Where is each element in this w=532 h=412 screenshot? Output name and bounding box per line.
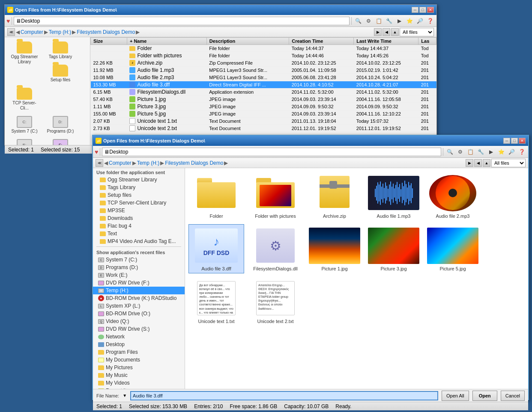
sidebar-flac[interactable]: Flac bug 4 (93, 222, 185, 230)
window-background[interactable]: 📁 Open Files from H:\Filesystem Dialogs … (4, 4, 437, 145)
col-last[interactable]: Las (418, 38, 436, 45)
thumb-dff[interactable]: ♪ DFF DSD Audio file 3.dff (188, 224, 244, 273)
table-row[interactable]: 10.08 MB Audio file 2.mp3 MPEG1 Layer3 S… (91, 74, 436, 81)
back-btn-1[interactable]: ≪ (7, 28, 15, 36)
open-button[interactable]: Open (472, 391, 497, 401)
sidebar-myvideos[interactable]: My Videos (93, 379, 185, 387)
table-row[interactable]: 22.26 KB zArchive.zip Zip Compressed Fil… (91, 59, 436, 67)
table-row[interactable]: Folder with pictures File folder Today 1… (91, 52, 436, 59)
sidebar-dvd-f[interactable]: F: DVD RW Drive (F:) (43, 137, 78, 145)
close-btn-1[interactable]: ✕ (427, 7, 434, 13)
table-row[interactable]: 2.73 KB Unicode text 2.txt Text Document… (91, 125, 436, 132)
sidebar-mp4[interactable]: MP4 Video And Audio Tag E... (93, 237, 185, 245)
sidebar-desktop[interactable]: Desktop (93, 341, 185, 348)
sidebar-mypics[interactable]: My Pictures (93, 364, 185, 371)
tb2-btn-7[interactable]: 🔎 (507, 147, 516, 157)
favorites-btn-2[interactable]: ♥ (95, 148, 98, 155)
sidebar-ogg-2[interactable]: Ogg Streamer Library (93, 176, 185, 184)
thumb-audio1[interactable]: Audio file 1.mp3 (366, 172, 421, 221)
sidebar-recentitems[interactable]: Recent Items (93, 387, 185, 389)
tb2-btn-3[interactable]: 📋 (466, 147, 475, 157)
tb2-btn-1[interactable]: 🔍 (445, 147, 454, 157)
sidebar-prog[interactable]: D: Programs (D:) (43, 114, 78, 136)
sidebar-network[interactable]: Network (93, 333, 185, 341)
sidebar-downloads[interactable]: Downloads (93, 214, 185, 222)
thumb-txt1[interactable]: Да вот обнаружи... воткнул её в сво... ч… (188, 277, 244, 326)
filter-select-2[interactable]: All files (491, 159, 526, 167)
sidebar-setup[interactable]: Setup files (43, 63, 78, 84)
sidebar-work[interactable]: E: Work (E:) (7, 137, 42, 145)
tb-btn-8[interactable]: ❓ (425, 16, 435, 26)
address-bar-1[interactable]: 🖥 Desktop (14, 17, 350, 25)
table-row[interactable]: 155.00 MB Picture 5.jpg JPEG image 2014.… (91, 110, 436, 118)
sidebar-tags-2[interactable]: Tags Library (93, 184, 185, 191)
thumb-dll[interactable]: ⚙ FilesystemDialogs.dll (248, 224, 303, 273)
window-foreground[interactable]: 📁 Open Files from H:\Filesystem Dialogs … (92, 135, 529, 400)
thumb-audio2[interactable]: Audio file 2.mp3 (425, 172, 481, 221)
thumb-archive[interactable]: Archive.zip (307, 172, 362, 221)
nav-btn-3[interactable]: ▲ (391, 28, 399, 36)
table-row[interactable]: 1.11 MB Picture 3.jpg JPEG image 2014.09… (91, 103, 436, 110)
thumb-pic5[interactable]: Picture 5.jpg (425, 224, 481, 273)
thumb-pic3[interactable]: Picture 3.jpg (366, 224, 421, 273)
table-row[interactable]: Folder File folder Today 14:44:37 Today … (91, 45, 436, 52)
breadcrumb-demo-1[interactable]: Filesystem Dialogs Demo (77, 29, 135, 35)
nav-btn-2[interactable]: ◀ (383, 28, 390, 36)
tb2-btn-4[interactable]: 🔧 (476, 147, 485, 157)
breadcrumb-temp-1[interactable]: Temp (H:) (49, 29, 72, 35)
tb2-btn-5[interactable]: ▶ (486, 147, 496, 157)
filter-select-1[interactable]: All files (400, 28, 434, 36)
table-row[interactable]: 153.30 MB Audio file 3.dff Direct Stream… (91, 81, 436, 89)
col-desc[interactable]: Description (206, 38, 289, 45)
table-row[interactable]: 11.92 MB Audio file 1.mp3 MPEG1 Layer3 S… (91, 67, 436, 74)
minimize-btn-2[interactable]: ─ (503, 138, 510, 144)
filename-input[interactable] (130, 391, 438, 400)
favorites-btn-1[interactable]: ♥ (6, 18, 10, 24)
sidebar-sysxp-2[interactable]: L System XP (L:) (93, 302, 185, 310)
back-btn-2[interactable]: ≪ (96, 159, 103, 167)
address-bar-2[interactable]: 🖥 Desktop (102, 148, 441, 156)
sidebar-tcp[interactable]: TCP Server-Cli... (7, 86, 42, 113)
col-created[interactable]: Creation Time (289, 38, 354, 45)
sidebar-text[interactable]: Text (93, 230, 185, 237)
maximize-btn-1[interactable]: □ (419, 7, 426, 13)
tb-btn-6[interactable]: ⭐ (405, 16, 414, 26)
minimize-btn-1[interactable]: ─ (412, 7, 418, 13)
breadcrumb-demo-2[interactable]: Filesystem Dialogs Demo (165, 160, 223, 166)
nav-btn-6[interactable]: ▲ (483, 159, 490, 167)
tb2-btn-6[interactable]: ⭐ (496, 147, 506, 157)
nav-btn-5[interactable]: ◀ (474, 159, 482, 167)
tb-btn-4[interactable]: 🔧 (384, 16, 394, 26)
sidebar-sys7-2[interactable]: C System 7 (C:) (93, 256, 185, 264)
tb-btn-5[interactable]: ▶ (395, 16, 404, 26)
close-btn-2[interactable]: ✕ (519, 138, 526, 144)
sidebar-temph-2[interactable]: H Temp (H:) (93, 287, 185, 294)
breadcrumb-computer-2[interactable]: Computer (109, 160, 132, 166)
filename-dropdown-btn[interactable]: ▼ (123, 393, 127, 398)
sidebar-programfiles[interactable]: Program Files (93, 348, 185, 356)
col-size[interactable]: Size (91, 38, 127, 45)
sidebar-setup-2[interactable]: Setup files (93, 191, 185, 199)
sidebar-ogg[interactable]: Ogg Streamer Library (7, 40, 42, 66)
sidebar-sys7[interactable]: C: System 7 (C:) (7, 114, 42, 136)
sidebar-dvds-2[interactable]: DVD RW Drive (S:) (93, 325, 185, 333)
cancel-button[interactable]: Cancel (501, 391, 525, 401)
nav-btn-1[interactable]: ▶ (374, 28, 382, 36)
sidebar-prog-2[interactable]: D Programs (D:) (93, 264, 185, 271)
thumb-folder[interactable]: Folder (188, 172, 244, 221)
nav-btn-4[interactable]: ▶ (466, 159, 473, 167)
breadcrumb-temp-2[interactable]: Temp (H:) (137, 160, 160, 166)
col-name[interactable]: + Name (127, 38, 206, 45)
thumb-pic1[interactable]: Picture 1.jpg (307, 224, 362, 273)
sidebar-work-2[interactable]: E Work (E:) (93, 271, 185, 279)
sidebar-bdromk-2[interactable]: ● BD-ROM Drive (K:) RADStudio (93, 294, 185, 302)
breadcrumb-computer-1[interactable]: Computer (21, 29, 43, 35)
table-row[interactable]: 57.40 KB Picture 1.jpg JPEG image 2014.0… (91, 96, 436, 103)
sidebar-videoq-2[interactable]: Q Video (Q:) (93, 317, 185, 325)
tb-btn-1[interactable]: 🔍 (353, 16, 363, 26)
sidebar-mymusic[interactable]: My Music (93, 371, 185, 379)
tb2-btn-8[interactable]: ❓ (517, 147, 526, 157)
sidebar-dvdf-2[interactable]: DVD RW Drive (F:) (93, 279, 185, 287)
sidebar-tags[interactable]: Tags Library (43, 40, 78, 61)
tb-btn-7[interactable]: 🔎 (415, 16, 424, 26)
